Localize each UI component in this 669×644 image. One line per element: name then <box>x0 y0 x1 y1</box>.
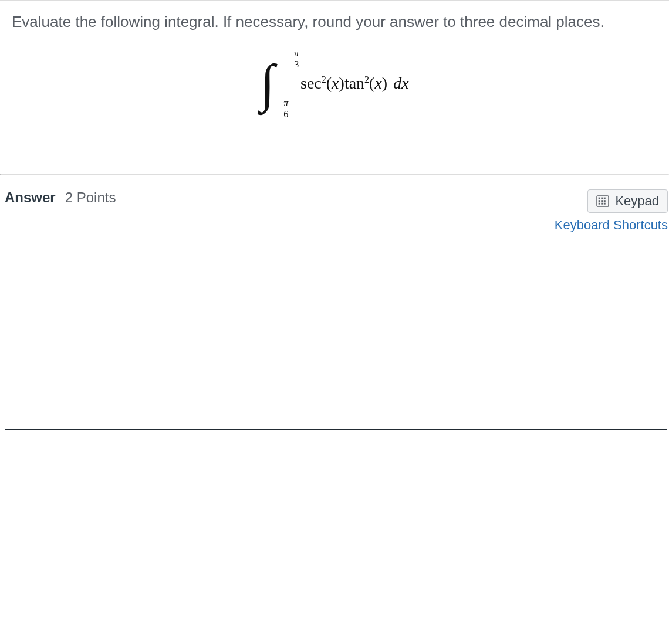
lower-limit-den: 6 <box>283 109 289 119</box>
upper-limit: π 3 <box>289 49 303 69</box>
var-x-2: x <box>374 74 381 92</box>
answer-input[interactable] <box>5 260 667 430</box>
dx: dx <box>393 74 408 92</box>
svg-rect-9 <box>604 202 606 204</box>
lower-limit: π 6 <box>279 99 293 119</box>
points-label: 2 Points <box>65 189 116 206</box>
keypad-button[interactable]: Keypad <box>587 189 668 213</box>
upper-limit-den: 3 <box>293 59 299 69</box>
svg-rect-5 <box>602 200 603 202</box>
svg-rect-8 <box>602 202 603 204</box>
integrand: sec2(x)tan2(x)dx <box>300 74 409 93</box>
svg-rect-7 <box>599 202 600 204</box>
fn-tan: tan <box>344 74 364 92</box>
integral-symbol: ∫ <box>260 57 275 110</box>
upper-limit-num: π <box>293 49 299 59</box>
integral-expression: ∫ π 3 π 6 sec2(x)tan2(x)dx <box>12 57 657 127</box>
svg-rect-3 <box>604 197 606 199</box>
keypad-icon <box>596 195 609 207</box>
question-prompt: Evaluate the following integral. If nece… <box>12 11 657 33</box>
keypad-button-label: Keypad <box>615 194 659 209</box>
svg-rect-1 <box>599 197 600 199</box>
svg-rect-6 <box>604 200 606 202</box>
exp-sec: 2 <box>322 74 326 84</box>
svg-rect-2 <box>602 197 603 199</box>
answer-label: Answer <box>5 189 56 206</box>
var-x-1: x <box>332 74 339 92</box>
lower-limit-num: π <box>283 99 289 109</box>
svg-rect-4 <box>599 200 600 202</box>
fn-sec: sec <box>300 74 322 92</box>
keyboard-shortcuts-link[interactable]: Keyboard Shortcuts <box>555 218 668 233</box>
exp-tan: 2 <box>364 74 369 84</box>
